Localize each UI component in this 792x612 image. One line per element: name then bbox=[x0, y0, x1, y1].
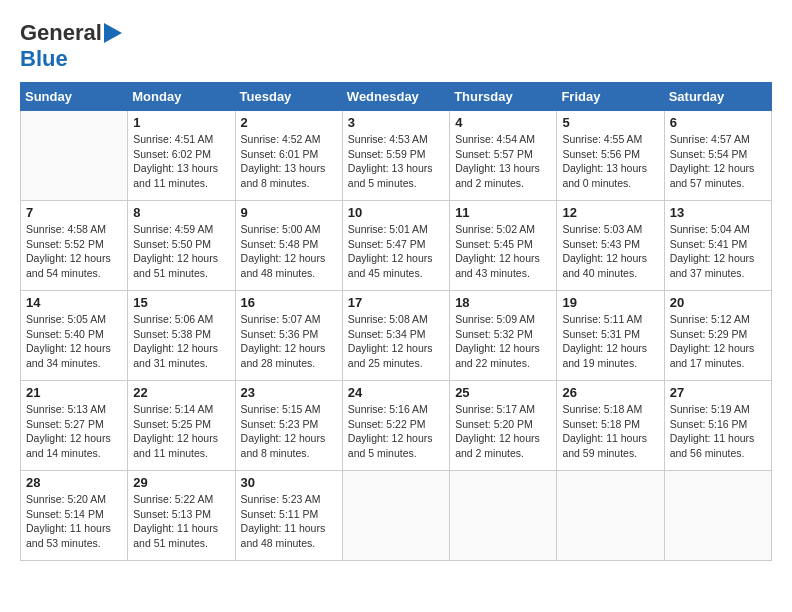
day-info: Sunrise: 4:59 AM Sunset: 5:50 PM Dayligh… bbox=[133, 222, 229, 281]
logo-blue: Blue bbox=[20, 46, 68, 72]
day-number: 10 bbox=[348, 205, 444, 220]
day-info: Sunrise: 4:58 AM Sunset: 5:52 PM Dayligh… bbox=[26, 222, 122, 281]
calendar-week-1: 1Sunrise: 4:51 AM Sunset: 6:02 PM Daylig… bbox=[21, 111, 772, 201]
day-info: Sunrise: 5:14 AM Sunset: 5:25 PM Dayligh… bbox=[133, 402, 229, 461]
day-info: Sunrise: 5:13 AM Sunset: 5:27 PM Dayligh… bbox=[26, 402, 122, 461]
day-info: Sunrise: 5:17 AM Sunset: 5:20 PM Dayligh… bbox=[455, 402, 551, 461]
day-number: 28 bbox=[26, 475, 122, 490]
calendar-cell: 24Sunrise: 5:16 AM Sunset: 5:22 PM Dayli… bbox=[342, 381, 449, 471]
day-info: Sunrise: 5:19 AM Sunset: 5:16 PM Dayligh… bbox=[670, 402, 766, 461]
calendar-header: SundayMondayTuesdayWednesdayThursdayFrid… bbox=[21, 83, 772, 111]
day-info: Sunrise: 4:51 AM Sunset: 6:02 PM Dayligh… bbox=[133, 132, 229, 191]
day-info: Sunrise: 5:03 AM Sunset: 5:43 PM Dayligh… bbox=[562, 222, 658, 281]
calendar-cell: 12Sunrise: 5:03 AM Sunset: 5:43 PM Dayli… bbox=[557, 201, 664, 291]
day-number: 5 bbox=[562, 115, 658, 130]
calendar-cell: 18Sunrise: 5:09 AM Sunset: 5:32 PM Dayli… bbox=[450, 291, 557, 381]
weekday-tuesday: Tuesday bbox=[235, 83, 342, 111]
day-number: 11 bbox=[455, 205, 551, 220]
calendar-cell bbox=[21, 111, 128, 201]
day-number: 12 bbox=[562, 205, 658, 220]
day-number: 6 bbox=[670, 115, 766, 130]
calendar-cell: 25Sunrise: 5:17 AM Sunset: 5:20 PM Dayli… bbox=[450, 381, 557, 471]
calendar-cell: 10Sunrise: 5:01 AM Sunset: 5:47 PM Dayli… bbox=[342, 201, 449, 291]
weekday-sunday: Sunday bbox=[21, 83, 128, 111]
calendar-cell bbox=[342, 471, 449, 561]
calendar-cell bbox=[557, 471, 664, 561]
day-number: 23 bbox=[241, 385, 337, 400]
day-info: Sunrise: 5:09 AM Sunset: 5:32 PM Dayligh… bbox=[455, 312, 551, 371]
weekday-friday: Friday bbox=[557, 83, 664, 111]
day-number: 1 bbox=[133, 115, 229, 130]
day-number: 8 bbox=[133, 205, 229, 220]
calendar-cell: 11Sunrise: 5:02 AM Sunset: 5:45 PM Dayli… bbox=[450, 201, 557, 291]
calendar-week-5: 28Sunrise: 5:20 AM Sunset: 5:14 PM Dayli… bbox=[21, 471, 772, 561]
calendar-cell bbox=[450, 471, 557, 561]
calendar-cell: 4Sunrise: 4:54 AM Sunset: 5:57 PM Daylig… bbox=[450, 111, 557, 201]
day-info: Sunrise: 5:16 AM Sunset: 5:22 PM Dayligh… bbox=[348, 402, 444, 461]
day-info: Sunrise: 5:11 AM Sunset: 5:31 PM Dayligh… bbox=[562, 312, 658, 371]
calendar-week-2: 7Sunrise: 4:58 AM Sunset: 5:52 PM Daylig… bbox=[21, 201, 772, 291]
day-info: Sunrise: 5:06 AM Sunset: 5:38 PM Dayligh… bbox=[133, 312, 229, 371]
day-info: Sunrise: 4:52 AM Sunset: 6:01 PM Dayligh… bbox=[241, 132, 337, 191]
logo-arrow-icon bbox=[104, 23, 122, 43]
day-info: Sunrise: 4:53 AM Sunset: 5:59 PM Dayligh… bbox=[348, 132, 444, 191]
day-info: Sunrise: 4:54 AM Sunset: 5:57 PM Dayligh… bbox=[455, 132, 551, 191]
calendar-week-3: 14Sunrise: 5:05 AM Sunset: 5:40 PM Dayli… bbox=[21, 291, 772, 381]
day-number: 7 bbox=[26, 205, 122, 220]
calendar-cell: 23Sunrise: 5:15 AM Sunset: 5:23 PM Dayli… bbox=[235, 381, 342, 471]
calendar-cell: 19Sunrise: 5:11 AM Sunset: 5:31 PM Dayli… bbox=[557, 291, 664, 381]
day-number: 4 bbox=[455, 115, 551, 130]
day-info: Sunrise: 5:05 AM Sunset: 5:40 PM Dayligh… bbox=[26, 312, 122, 371]
weekday-saturday: Saturday bbox=[664, 83, 771, 111]
calendar-cell: 14Sunrise: 5:05 AM Sunset: 5:40 PM Dayli… bbox=[21, 291, 128, 381]
calendar-cell: 20Sunrise: 5:12 AM Sunset: 5:29 PM Dayli… bbox=[664, 291, 771, 381]
day-number: 29 bbox=[133, 475, 229, 490]
day-number: 19 bbox=[562, 295, 658, 310]
day-number: 17 bbox=[348, 295, 444, 310]
day-info: Sunrise: 5:22 AM Sunset: 5:13 PM Dayligh… bbox=[133, 492, 229, 551]
calendar-cell: 7Sunrise: 4:58 AM Sunset: 5:52 PM Daylig… bbox=[21, 201, 128, 291]
day-number: 15 bbox=[133, 295, 229, 310]
day-info: Sunrise: 5:12 AM Sunset: 5:29 PM Dayligh… bbox=[670, 312, 766, 371]
day-info: Sunrise: 5:18 AM Sunset: 5:18 PM Dayligh… bbox=[562, 402, 658, 461]
calendar-cell: 1Sunrise: 4:51 AM Sunset: 6:02 PM Daylig… bbox=[128, 111, 235, 201]
page-header: General Blue bbox=[20, 20, 772, 72]
day-number: 14 bbox=[26, 295, 122, 310]
calendar-cell: 22Sunrise: 5:14 AM Sunset: 5:25 PM Dayli… bbox=[128, 381, 235, 471]
calendar-cell: 21Sunrise: 5:13 AM Sunset: 5:27 PM Dayli… bbox=[21, 381, 128, 471]
day-number: 13 bbox=[670, 205, 766, 220]
day-number: 9 bbox=[241, 205, 337, 220]
calendar-cell: 15Sunrise: 5:06 AM Sunset: 5:38 PM Dayli… bbox=[128, 291, 235, 381]
weekday-thursday: Thursday bbox=[450, 83, 557, 111]
day-number: 27 bbox=[670, 385, 766, 400]
calendar-cell: 28Sunrise: 5:20 AM Sunset: 5:14 PM Dayli… bbox=[21, 471, 128, 561]
logo: General Blue bbox=[20, 20, 122, 72]
day-number: 20 bbox=[670, 295, 766, 310]
day-number: 24 bbox=[348, 385, 444, 400]
calendar-table: SundayMondayTuesdayWednesdayThursdayFrid… bbox=[20, 82, 772, 561]
calendar-cell: 30Sunrise: 5:23 AM Sunset: 5:11 PM Dayli… bbox=[235, 471, 342, 561]
calendar-cell: 3Sunrise: 4:53 AM Sunset: 5:59 PM Daylig… bbox=[342, 111, 449, 201]
day-number: 18 bbox=[455, 295, 551, 310]
calendar-cell: 8Sunrise: 4:59 AM Sunset: 5:50 PM Daylig… bbox=[128, 201, 235, 291]
weekday-header-row: SundayMondayTuesdayWednesdayThursdayFrid… bbox=[21, 83, 772, 111]
calendar-cell bbox=[664, 471, 771, 561]
calendar-week-4: 21Sunrise: 5:13 AM Sunset: 5:27 PM Dayli… bbox=[21, 381, 772, 471]
day-info: Sunrise: 5:20 AM Sunset: 5:14 PM Dayligh… bbox=[26, 492, 122, 551]
day-number: 16 bbox=[241, 295, 337, 310]
day-number: 2 bbox=[241, 115, 337, 130]
calendar-cell: 5Sunrise: 4:55 AM Sunset: 5:56 PM Daylig… bbox=[557, 111, 664, 201]
logo-general: General bbox=[20, 20, 102, 46]
calendar-cell: 16Sunrise: 5:07 AM Sunset: 5:36 PM Dayli… bbox=[235, 291, 342, 381]
day-info: Sunrise: 4:57 AM Sunset: 5:54 PM Dayligh… bbox=[670, 132, 766, 191]
calendar-cell: 9Sunrise: 5:00 AM Sunset: 5:48 PM Daylig… bbox=[235, 201, 342, 291]
calendar-cell: 27Sunrise: 5:19 AM Sunset: 5:16 PM Dayli… bbox=[664, 381, 771, 471]
day-info: Sunrise: 5:15 AM Sunset: 5:23 PM Dayligh… bbox=[241, 402, 337, 461]
day-info: Sunrise: 4:55 AM Sunset: 5:56 PM Dayligh… bbox=[562, 132, 658, 191]
calendar-cell: 17Sunrise: 5:08 AM Sunset: 5:34 PM Dayli… bbox=[342, 291, 449, 381]
weekday-monday: Monday bbox=[128, 83, 235, 111]
calendar-body: 1Sunrise: 4:51 AM Sunset: 6:02 PM Daylig… bbox=[21, 111, 772, 561]
day-number: 25 bbox=[455, 385, 551, 400]
day-info: Sunrise: 5:04 AM Sunset: 5:41 PM Dayligh… bbox=[670, 222, 766, 281]
day-number: 30 bbox=[241, 475, 337, 490]
